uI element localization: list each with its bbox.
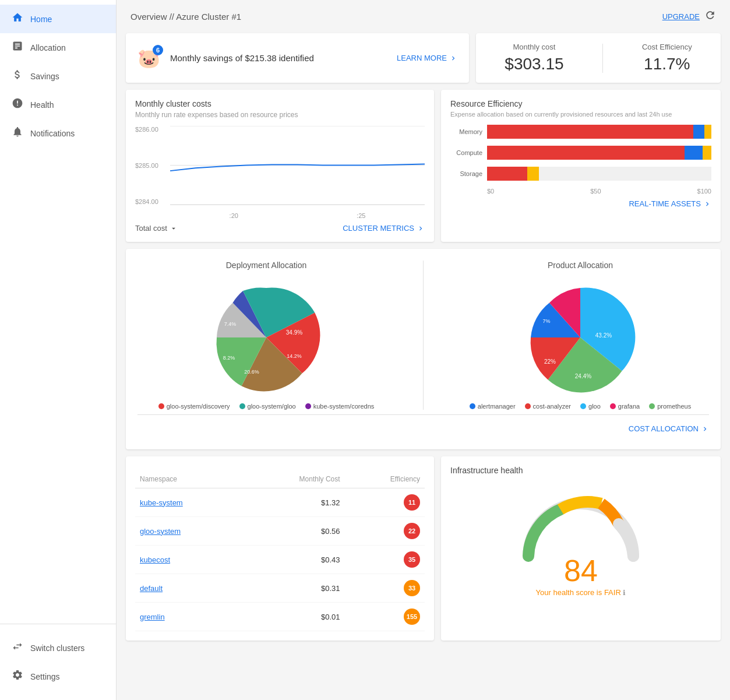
row-1: 6 🐷 Monthly savings of $215.38 identifie… <box>126 33 721 83</box>
sidebar-item-allocation[interactable]: Allocation <box>0 33 116 62</box>
eff-default: 33 <box>345 574 425 603</box>
resource-efficiency-title: Resource Efficiency <box>450 99 711 108</box>
settings-icon <box>12 669 23 684</box>
savings-icon <box>12 69 23 83</box>
sidebar-item-notifications[interactable]: Notifications <box>0 119 116 147</box>
refresh-icon[interactable] <box>704 9 716 24</box>
cost-efficiency-label: Cost Efficiency <box>642 43 692 51</box>
legend-dot-grafana <box>610 403 616 409</box>
cluster-metrics-link[interactable]: CLUSTER METRICS <box>343 224 425 233</box>
row-2: Monthly cluster costs Monthly run rate e… <box>126 90 721 242</box>
sidebar-nav: Home Allocation Savings Health <box>0 0 116 624</box>
cost-divider <box>602 44 603 73</box>
health-icon <box>12 97 23 112</box>
bar-segment-blue-memory <box>693 125 704 139</box>
cost-allocation-link[interactable]: COST ALLOCATION <box>137 420 709 438</box>
cost-efficiency-metric: Cost Efficiency 11.7% <box>642 43 692 73</box>
sidebar-item-switch-clusters[interactable]: Switch clusters <box>0 634 116 662</box>
col-namespace: Namespace <box>135 470 242 488</box>
legend-dot-alertmanager <box>470 403 475 409</box>
svg-text:24.4%: 24.4% <box>575 373 591 379</box>
savings-banner-card: 6 🐷 Monthly savings of $215.38 identifie… <box>126 33 469 83</box>
sidebar-item-settings[interactable]: Settings <box>0 662 116 691</box>
legend-label-gloo-product: gloo <box>588 403 601 410</box>
learn-more-link[interactable]: LEARN MORE <box>397 54 457 62</box>
resource-efficiency-card: Resource Efficiency Expense allocation b… <box>441 90 721 242</box>
savings-badge: 6 <box>153 45 163 55</box>
y-labels: $286.00 $285.00 $284.00 <box>135 126 167 205</box>
ns-link-default[interactable]: default <box>135 574 242 603</box>
monthly-costs-subtitle: Monthly run rate expenses based on resou… <box>135 111 425 119</box>
allocation-divider <box>423 261 424 410</box>
bar-segment-yellow-storage <box>527 167 538 181</box>
infrastructure-health-card: Infrastructure health 84 <box>441 456 721 641</box>
legend-dot-discovery <box>158 403 164 409</box>
cost-gloo-system: $0.56 <box>242 517 345 546</box>
bar-x-labels: $0 $50 $100 <box>487 188 711 195</box>
sidebar-item-savings[interactable]: Savings <box>0 62 116 90</box>
cost-gremlin: $0.01 <box>242 603 345 631</box>
y-label-3: $284.00 <box>135 198 167 205</box>
total-cost-button[interactable]: Total cost <box>135 224 178 233</box>
main-content: Overview // Azure Cluster #1 UPGRADE 6 🐷… <box>117 0 730 700</box>
ns-link-kube-system[interactable]: kube-system <box>135 488 242 517</box>
row-4: Namespace Monthly Cost Efficiency kube-s… <box>126 456 721 641</box>
sidebar-item-health-label: Health <box>30 100 54 110</box>
breadcrumb: Overview // Azure Cluster #1 <box>131 12 241 22</box>
gauge-wrap: 84 Your health score is FAIR ℹ <box>450 477 711 608</box>
monthly-cost-metric: Monthly cost $303.15 <box>505 43 563 73</box>
y-label-2: $285.00 <box>135 162 167 169</box>
sidebar-item-health[interactable]: Health <box>0 90 116 119</box>
bar-label-compute: Compute <box>450 149 482 156</box>
x-label-0: $0 <box>487 188 494 195</box>
table-row: gloo-system $0.56 22 <box>135 517 425 546</box>
legend-label-alertmanager: alertmanager <box>478 403 516 410</box>
cost-efficiency-value: 11.7% <box>642 55 692 73</box>
deployment-pie-chart: 34.9% 14.2% 20.6% 8.2% 7.4% <box>208 279 325 396</box>
header-actions: UPGRADE <box>662 9 716 24</box>
legend-label-gloo: gloo-system/gloo <box>248 403 296 410</box>
ns-link-gremlin[interactable]: gremlin <box>135 603 242 631</box>
svg-text:43.2%: 43.2% <box>595 332 612 339</box>
product-allocation-title: Product Allocation <box>548 261 613 270</box>
legend-item-discovery: gloo-system/discovery <box>158 403 230 410</box>
table-row: kubecost $0.43 35 <box>135 546 425 574</box>
eff-gloo-system: 22 <box>345 517 425 546</box>
bar-row-compute: Compute <box>450 146 711 160</box>
x-label-100: $100 <box>697 188 711 195</box>
bar-chart-area: Memory Compute <box>450 125 711 181</box>
ns-link-gloo-system[interactable]: gloo-system <box>135 517 242 546</box>
legend-dot-cost-analyzer <box>525 403 531 409</box>
sidebar-item-home[interactable]: Home <box>0 5 116 33</box>
total-cost-label: Total cost <box>135 224 167 233</box>
allocation-icon <box>12 40 23 55</box>
sidebar-item-settings-label: Settings <box>30 672 60 681</box>
svg-text:34.9%: 34.9% <box>286 329 302 336</box>
sidebar: Home Allocation Savings Health <box>0 0 117 700</box>
sidebar-item-switch-clusters-label: Switch clusters <box>30 643 84 653</box>
bar-segment-red-storage <box>487 167 527 181</box>
product-allocation-section: Product Allocation <box>452 261 709 410</box>
eff-kubecost: 35 <box>345 546 425 574</box>
chart-inner <box>170 126 425 205</box>
upgrade-button[interactable]: UPGRADE <box>662 12 700 21</box>
legend-item-coredns: kube-system/coredns <box>305 403 375 410</box>
legend-label-grafana: grafana <box>618 403 640 410</box>
deployment-allocation-title: Deployment Allocation <box>226 261 307 270</box>
table-row: default $0.31 33 <box>135 574 425 603</box>
sidebar-item-allocation-label: Allocation <box>30 43 66 52</box>
ns-link-kubecost[interactable]: kubecost <box>135 546 242 574</box>
monthly-cost-value: $303.15 <box>505 55 563 73</box>
real-time-assets-link[interactable]: REAL-TIME ASSETS <box>450 199 711 208</box>
bar-segment-yellow-memory <box>704 125 711 139</box>
real-time-label: REAL-TIME ASSETS <box>629 199 701 208</box>
bar-track-memory <box>487 125 711 139</box>
legend-dot-gloo-product <box>580 403 586 409</box>
allocation-inner: Deployment Allocation <box>137 261 709 410</box>
resource-efficiency-subtitle: Expense allocation based on currently pr… <box>450 111 711 118</box>
cost-default: $0.31 <box>242 574 345 603</box>
chart-footer: Total cost CLUSTER METRICS <box>135 224 425 233</box>
y-label-1: $286.00 <box>135 126 167 133</box>
legend-item-alertmanager: alertmanager <box>470 403 516 410</box>
gauge-score: 84 <box>564 553 598 588</box>
